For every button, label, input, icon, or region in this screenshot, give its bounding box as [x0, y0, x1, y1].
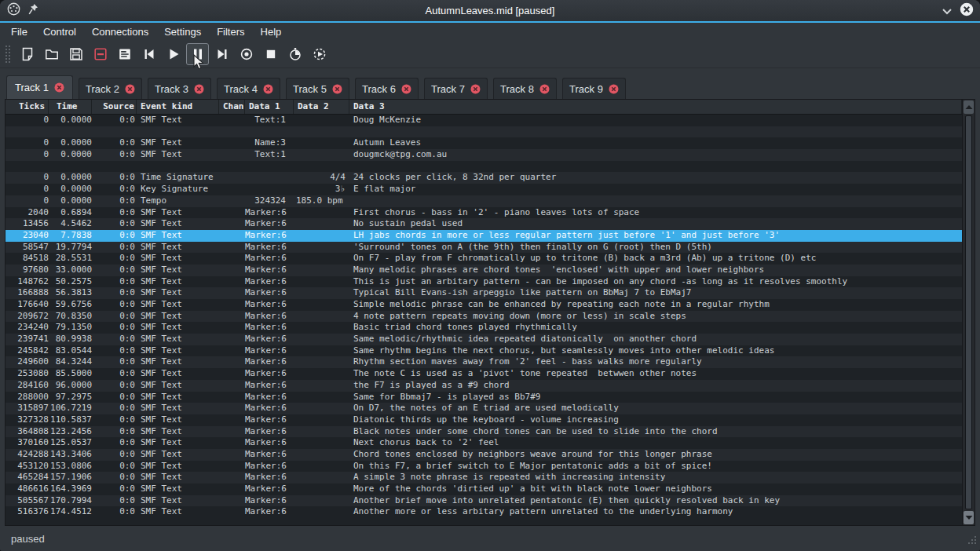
column-header-d1[interactable]: Data 1	[245, 100, 294, 114]
table-row[interactable]: 28800097.29750:0SMF TextMarker:6Same for…	[5, 392, 962, 403]
tab-track-9[interactable]: Track 9	[562, 78, 626, 99]
menu-connections[interactable]: Connections	[85, 24, 155, 39]
chevron-down-icon[interactable]	[942, 4, 953, 18]
cell-d2	[294, 495, 349, 507]
table-row[interactable]: 00.00000:0Time Signature4/424 clocks per…	[5, 172, 962, 184]
tab-track-7[interactable]: Track 7	[424, 78, 488, 99]
table-row[interactable]: 370160125.05370:0SMF TextMarker:6Next ch…	[5, 437, 962, 449]
table-row[interactable]: 25308085.50000:0SMF TextMarker:6The note…	[5, 368, 962, 380]
table-row[interactable]: 5854719.77940:0SMF TextMarker:6'Surround…	[5, 242, 962, 254]
tab-track-8[interactable]: Track 8	[493, 78, 557, 99]
table-row[interactable]: 364808123.24560:0SMF TextMarker:6Black n…	[5, 426, 962, 438]
menu-control[interactable]: Control	[36, 24, 83, 39]
menu-settings[interactable]: Settings	[157, 24, 208, 39]
table-row[interactable]: 14876250.25750:0SMF TextMarker:6This is …	[5, 276, 962, 288]
column-header-d2[interactable]: Data 2	[294, 100, 349, 114]
table-row[interactable]: 24584283.05440:0SMF TextMarker:6Same rhy…	[5, 345, 962, 357]
close-button[interactable]	[960, 2, 974, 20]
vertical-scrollbar[interactable]	[962, 100, 975, 525]
new-file-button[interactable]	[16, 43, 38, 65]
column-header-event[interactable]: Event kind	[137, 100, 219, 114]
event-window-button[interactable]	[113, 43, 136, 65]
tab-track-1[interactable]: Track 1	[6, 75, 73, 99]
menu-help[interactable]: Help	[254, 24, 289, 39]
tab-track-2[interactable]: Track 2	[79, 78, 142, 99]
tab-track-5[interactable]: Track 5	[286, 78, 349, 99]
pin-icon[interactable]	[28, 3, 38, 18]
toolbar-drag-handle[interactable]	[5, 45, 11, 64]
tab-track-6[interactable]: Track 6	[355, 78, 419, 99]
scroll-up-button[interactable]	[964, 100, 974, 114]
column-header-time[interactable]: Time	[49, 100, 92, 114]
table-row[interactable]: 00.00000:0SMF TextName:3Autumn Leaves	[5, 137, 962, 149]
tab-close-icon[interactable]	[263, 84, 273, 94]
table-row[interactable]	[5, 161, 962, 173]
timer-button[interactable]	[283, 43, 306, 65]
table-row[interactable]: 17664059.67560:0SMF TextMarker:6Simple m…	[5, 299, 962, 311]
timer-start-button[interactable]	[308, 43, 331, 65]
tab-close-icon[interactable]	[539, 84, 550, 94]
skip-backward-button[interactable]	[137, 43, 160, 65]
tab-close-icon[interactable]	[54, 82, 64, 93]
tab-track-3[interactable]: Track 3	[148, 78, 211, 99]
table-row[interactable]	[5, 126, 962, 138]
column-header-ticks[interactable]: Ticks	[12, 100, 49, 114]
stop-button[interactable]	[259, 43, 282, 65]
cell-d1: Marker:6	[245, 218, 294, 230]
record-button[interactable]	[235, 43, 258, 65]
scrollbar-track[interactable]	[964, 115, 973, 510]
table-row[interactable]: 24960084.32440:0SMF TextMarker:6Rhythm s…	[5, 356, 962, 368]
table-row[interactable]: 23424079.13500:0SMF TextMarker:6Basic tr…	[5, 322, 962, 334]
table-row[interactable]: 00.00000:0Key Signature3♭E flat major	[5, 184, 962, 195]
table-row[interactable]: 28416096.00000:0SMF TextMarker:6the F7 i…	[5, 380, 962, 392]
table-row[interactable]: 453120153.08060:0SMF TextMarker:6On this…	[5, 461, 962, 473]
close-red-button[interactable]	[89, 43, 112, 65]
table-row[interactable]: 465284157.19060:0SMF TextMarker:6A simpl…	[5, 472, 962, 483]
table-row[interactable]: 00.00000:0SMF TextText:1dougmck@tpg.com.…	[5, 149, 962, 161]
save-file-button[interactable]	[64, 43, 87, 65]
skip-forward-button[interactable]	[210, 43, 233, 65]
cell-ticks: 0	[12, 137, 49, 149]
cell-source: 0:0	[92, 506, 137, 518]
open-file-button[interactable]	[40, 43, 63, 65]
tab-close-icon[interactable]	[194, 84, 204, 94]
table-row[interactable]: 315897106.72190:0SMF TextMarker:6On D7, …	[5, 403, 962, 414]
table-row[interactable]: 16688856.38130:0SMF TextMarker:6Typical …	[5, 287, 962, 299]
tab-close-icon[interactable]	[470, 84, 481, 94]
table-row[interactable]: 20400.68940:0SMF TextMarker:6First choru…	[5, 207, 962, 219]
table-row[interactable]: 8451828.55310:0SMF TextMarker:6On F7 - p…	[5, 253, 962, 265]
column-header-source[interactable]: Source	[92, 100, 137, 114]
tab-track-4[interactable]: Track 4	[217, 78, 280, 99]
table-row[interactable]: 230407.78380:0SMF TextMarker:6LH jabs ch…	[5, 230, 962, 242]
table-row[interactable]: 20967270.83500:0SMF TextMarker:64 note p…	[5, 311, 962, 323]
scrollbar-thumb[interactable]	[965, 115, 972, 509]
table-row[interactable]: 516376174.45120:0SMF TextMarker:6Another…	[5, 506, 962, 518]
cell-chan	[219, 172, 245, 184]
scroll-down-button[interactable]	[964, 511, 974, 524]
table-row[interactable]: 134564.54620:0SMF TextMarker:6No sustain…	[5, 218, 962, 230]
table-row[interactable]: 424288143.34060:0SMF TextMarker:6Chord t…	[5, 449, 962, 461]
table-row[interactable]: 23974180.99380:0SMF TextMarker:6Same mel…	[5, 334, 962, 345]
tab-close-icon[interactable]	[332, 84, 342, 94]
column-header-d3[interactable]: Data 3	[349, 100, 962, 114]
tab-close-icon[interactable]	[125, 84, 135, 94]
tab-close-icon[interactable]	[609, 84, 619, 94]
resize-grip[interactable]	[967, 534, 977, 548]
menu-filters[interactable]: Filters	[210, 24, 251, 39]
cell-d2	[294, 299, 349, 311]
table-row[interactable]: 9768033.00000:0SMF TextMarker:6Many melo…	[5, 265, 962, 276]
table-row[interactable]: 327328110.58370:0SMF TextMarker:6Diatoni…	[5, 414, 962, 426]
table-row[interactable]: 00.00000:0SMF TextText:1Doug McKenzie	[5, 115, 962, 126]
table-row[interactable]: 486616164.39690:0SMF TextMarker:6More of…	[5, 483, 962, 495]
cell-ticks: 234240	[12, 322, 49, 334]
play-button[interactable]	[162, 43, 185, 65]
cell-d1: Marker:6	[245, 287, 294, 299]
titlebar[interactable]: AutumnLeaves.mid [paused]	[0, 0, 980, 21]
cell-d3: 4 note pattern repeats moving down (more…	[349, 311, 962, 323]
table-row[interactable]: 505567170.79940:0SMF TextMarker:6Another…	[5, 495, 962, 507]
table-row[interactable]: 00.00000:0Tempo324324185.0 bpm	[5, 195, 962, 207]
column-header-chan[interactable]: Chan	[219, 100, 245, 114]
tab-close-icon[interactable]	[401, 84, 411, 94]
menu-file[interactable]: File	[4, 24, 35, 39]
cell-d2	[294, 311, 349, 323]
